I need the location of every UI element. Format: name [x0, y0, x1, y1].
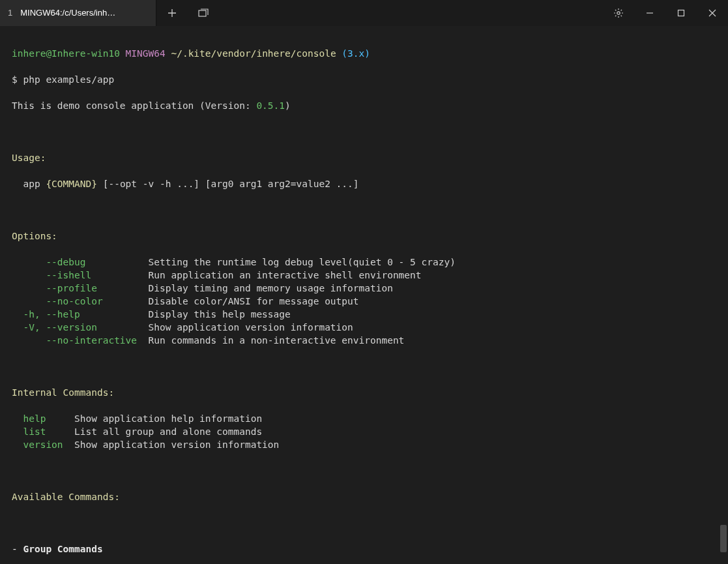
internal-command-row: help Show application help information: [12, 412, 716, 425]
internal-list: help Show application help information l…: [12, 412, 716, 451]
internal-command-desc: Show application version information: [74, 439, 279, 450]
option-flag: --no-color: [12, 296, 149, 306]
intro-version: 0.5.1: [256, 100, 285, 111]
intro-line: This is demo console application (Versio…: [12, 99, 716, 112]
prompt-branch: (3.x): [342, 48, 370, 59]
option-desc: Run commands in a non-interactive enviro…: [149, 335, 405, 346]
option-flag: --debug: [12, 257, 149, 267]
minimize-icon: [646, 9, 654, 17]
option-desc: Display timing and memory usage informat…: [149, 283, 393, 293]
command-line: $ php examples/app: [12, 73, 716, 86]
option-desc: Display this help message: [149, 309, 291, 319]
svg-rect-2: [678, 10, 684, 16]
prompt-line: inhere@Inhere-win10 MINGW64 ~/.kite/vend…: [12, 47, 716, 60]
close-icon: [708, 9, 716, 17]
option-flag: --profile: [12, 283, 149, 293]
tabs-icon: [198, 8, 209, 18]
options-list: --debug Setting the runtime log debug le…: [12, 256, 716, 347]
usage-line: app {COMMAND} [--opt -v -h ...] [arg0 ar…: [12, 177, 716, 190]
group-commands-header: - Group Commands: [12, 542, 716, 556]
option-row: -V, --version Show application version i…: [12, 321, 716, 334]
terminal-tab[interactable]: 1 MINGW64:/c/Users/inh…: [0, 0, 156, 26]
prompt-cwd: ~/.kite/vendor/inhere/console: [171, 48, 336, 59]
available-header: Available Commands:: [12, 490, 716, 503]
internal-command-name: list: [12, 426, 74, 437]
tab-title: MINGW64:/c/Users/inh…: [20, 7, 115, 20]
option-desc: Setting the runtime log debug level(quie…: [149, 257, 456, 267]
internal-command-desc: Show application help information: [74, 413, 262, 424]
tab-index: 1: [8, 7, 12, 20]
option-row: --debug Setting the runtime log debug le…: [12, 256, 716, 269]
prompt-userhost: inhere@Inhere-win10: [12, 48, 120, 59]
svg-point-1: [617, 12, 620, 14]
option-row: --ishell Run application an interactive …: [12, 269, 716, 282]
option-desc: Run application an interactive shell env…: [149, 270, 422, 280]
usage-header: Usage:: [12, 151, 716, 164]
option-row: --no-color Disable color/ANSI for messag…: [12, 295, 716, 308]
svg-rect-0: [199, 10, 206, 16]
option-flag: -V, --version: [12, 322, 149, 333]
tab-dropdown-button[interactable]: [188, 0, 219, 26]
internal-command-row: list List all group and alone commands: [12, 425, 716, 438]
plus-icon: [167, 8, 177, 18]
internal-command-name: version: [12, 439, 74, 450]
option-row: --no-interactive Run commands in a non-i…: [12, 334, 716, 347]
option-flag: --ishell: [12, 270, 149, 280]
internal-command-row: version Show application version informa…: [12, 438, 716, 451]
option-row: -h, --help Display this help message: [12, 308, 716, 321]
internal-command-name: help: [12, 413, 74, 424]
titlebar: 1 MINGW64:/c/Users/inh…: [0, 0, 728, 26]
option-row: --profile Display timing and memory usag…: [12, 282, 716, 295]
close-button[interactable]: [697, 0, 728, 26]
internal-command-desc: List all group and alone commands: [74, 426, 262, 437]
scrollbar-thumb[interactable]: [720, 525, 727, 552]
internal-header: Internal Commands:: [12, 386, 716, 399]
intro-suffix: ): [285, 100, 291, 111]
titlebar-spacer: [219, 0, 603, 26]
options-header: Options:: [12, 230, 716, 243]
minimize-button[interactable]: [634, 0, 665, 26]
maximize-button[interactable]: [665, 0, 697, 26]
intro-prefix: This is demo console application (Versio…: [12, 100, 256, 111]
option-flag: --no-interactive: [12, 335, 149, 346]
maximize-icon: [677, 9, 685, 17]
terminal-body[interactable]: inhere@Inhere-win10 MINGW64 ~/.kite/vend…: [0, 26, 728, 564]
new-tab-button[interactable]: [156, 0, 188, 26]
settings-button[interactable]: [603, 0, 634, 26]
prompt-shell: MINGW64: [126, 48, 166, 59]
option-flag: -h, --help: [12, 309, 149, 319]
option-desc: Disable color/ANSI for message output: [149, 296, 359, 306]
option-desc: Show application version information: [149, 322, 353, 333]
gear-icon: [613, 8, 624, 18]
